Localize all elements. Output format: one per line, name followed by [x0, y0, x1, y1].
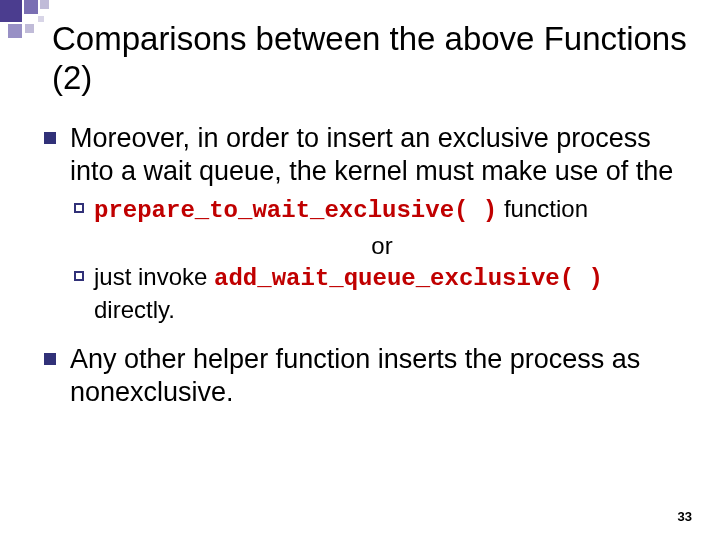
- filled-square-bullet-icon: [44, 353, 56, 365]
- slide-body: Moreover, in order to insert an exclusiv…: [44, 122, 690, 415]
- bullet-level1: Moreover, in order to insert an exclusiv…: [44, 122, 690, 188]
- text-span: directly.: [94, 296, 175, 323]
- bullet-text: prepare_to_wait_exclusive( ) function: [94, 194, 690, 227]
- page-number: 33: [678, 509, 692, 524]
- dec-square: [25, 24, 34, 33]
- dec-square: [40, 0, 49, 9]
- dec-square: [0, 0, 22, 22]
- bullet-level2: prepare_to_wait_exclusive( ) function: [74, 194, 690, 227]
- code-span: prepare_to_wait_exclusive( ): [94, 197, 497, 224]
- bullet-level2: just invoke add_wait_queue_exclusive( ) …: [74, 262, 690, 325]
- bullet-text: just invoke add_wait_queue_exclusive( ) …: [94, 262, 690, 325]
- dec-square: [8, 24, 22, 38]
- dec-square: [38, 16, 44, 22]
- text-span: function: [497, 195, 588, 222]
- text-span: just invoke: [94, 263, 214, 290]
- bullet-level1: Any other helper function inserts the pr…: [44, 343, 690, 409]
- dec-square: [24, 0, 38, 14]
- or-separator: or: [74, 231, 690, 260]
- hollow-square-bullet-icon: [74, 203, 84, 213]
- code-span: add_wait_queue_exclusive( ): [214, 265, 603, 292]
- slide-title: Comparisons between the above Functions …: [52, 20, 690, 98]
- filled-square-bullet-icon: [44, 132, 56, 144]
- hollow-square-bullet-icon: [74, 271, 84, 281]
- bullet-text: Moreover, in order to insert an exclusiv…: [70, 122, 690, 188]
- bullet-text: Any other helper function inserts the pr…: [70, 343, 690, 409]
